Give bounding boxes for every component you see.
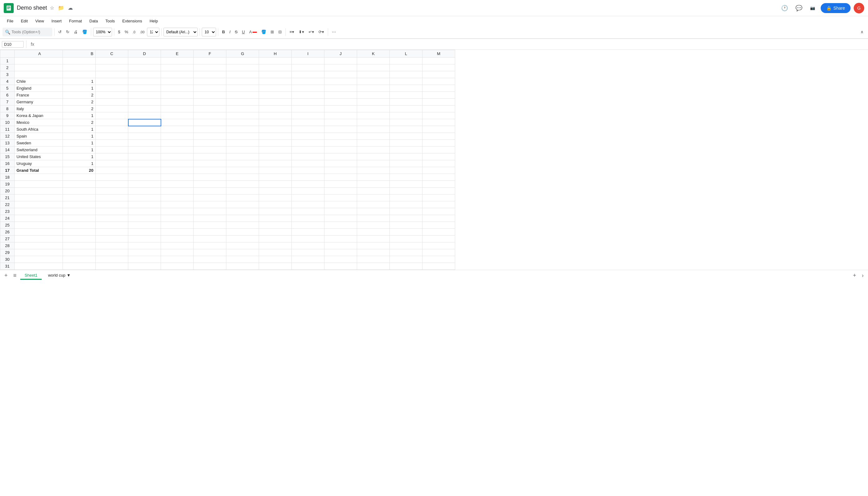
row-num-3[interactable]: 3 [0, 71, 15, 78]
cell-m19[interactable] [423, 181, 455, 188]
col-header-l[interactable]: L [390, 50, 423, 58]
cell-i16[interactable] [292, 160, 324, 167]
cell-a26[interactable] [15, 229, 63, 235]
cell-i17[interactable] [292, 167, 324, 174]
cell-d28[interactable] [128, 243, 161, 249]
cell-m30[interactable] [423, 256, 455, 263]
cell-b26[interactable] [63, 229, 95, 235]
cell-b18[interactable] [63, 174, 95, 181]
cell-g1[interactable] [226, 58, 259, 64]
cell-a1[interactable] [15, 58, 63, 64]
cell-i14[interactable] [292, 146, 324, 153]
menu-tools[interactable]: Tools [102, 17, 118, 25]
cell-d12[interactable] [128, 133, 161, 140]
cell-e16[interactable] [161, 160, 194, 167]
cell-j17[interactable] [324, 167, 357, 174]
cell-m22[interactable] [423, 201, 455, 208]
cell-m2[interactable] [423, 64, 455, 71]
cell-l15[interactable] [390, 153, 423, 160]
cell-j10[interactable] [324, 119, 357, 126]
zoom-select[interactable]: 100% 75% 125% [93, 28, 112, 36]
cell-g25[interactable] [226, 222, 259, 229]
cell-j27[interactable] [324, 235, 357, 243]
cell-i12[interactable] [292, 133, 324, 140]
cell-b6[interactable]: 2 [63, 92, 95, 99]
cell-l12[interactable] [390, 133, 423, 140]
collapse-toolbar-button[interactable]: ∧ [859, 28, 866, 35]
cell-b12[interactable]: 1 [63, 133, 95, 140]
cell-b23[interactable] [63, 208, 95, 215]
cell-l4[interactable] [390, 78, 423, 85]
cell-e3[interactable] [161, 71, 194, 78]
star-icon[interactable]: ☆ [49, 4, 55, 12]
cell-i5[interactable] [292, 85, 324, 92]
cell-m17[interactable] [423, 167, 455, 174]
cell-g30[interactable] [226, 256, 259, 263]
cell-a5[interactable]: England [15, 85, 63, 92]
cell-k6[interactable] [357, 92, 390, 99]
cell-b27[interactable] [63, 235, 95, 243]
undo-button[interactable]: ↺ [56, 28, 63, 35]
cell-g24[interactable] [226, 215, 259, 222]
cell-b14[interactable]: 1 [63, 146, 95, 153]
history-icon[interactable]: 🕐 [779, 2, 790, 14]
cell-e6[interactable] [161, 92, 194, 99]
cell-i31[interactable] [292, 263, 324, 270]
cell-b11[interactable]: 1 [63, 126, 95, 133]
cell-f31[interactable] [194, 263, 226, 270]
menu-extensions[interactable]: Extensions [119, 17, 146, 25]
cell-g19[interactable] [226, 181, 259, 188]
cell-d21[interactable] [128, 195, 161, 201]
cell-k3[interactable] [357, 71, 390, 78]
row-num-29[interactable]: 29 [0, 249, 15, 256]
cell-l16[interactable] [390, 160, 423, 167]
cell-k9[interactable] [357, 112, 390, 119]
row-num-18[interactable]: 18 [0, 174, 15, 181]
cell-a29[interactable] [15, 249, 63, 256]
cell-i4[interactable] [292, 78, 324, 85]
cell-c29[interactable] [95, 249, 128, 256]
cell-k16[interactable] [357, 160, 390, 167]
cell-a12[interactable]: Spain [15, 133, 63, 140]
print-button[interactable]: 🖨 [72, 28, 80, 35]
cell-c10[interactable] [95, 119, 128, 126]
cell-m14[interactable] [423, 146, 455, 153]
cell-i22[interactable] [292, 201, 324, 208]
cell-g18[interactable] [226, 174, 259, 181]
cell-f25[interactable] [194, 222, 226, 229]
cell-i27[interactable] [292, 235, 324, 243]
cell-e4[interactable] [161, 78, 194, 85]
cell-b7[interactable]: 2 [63, 99, 95, 106]
row-num-19[interactable]: 19 [0, 181, 15, 188]
cell-e15[interactable] [161, 153, 194, 160]
cell-e19[interactable] [161, 181, 194, 188]
cell-h11[interactable] [259, 126, 292, 133]
cell-a22[interactable] [15, 201, 63, 208]
cell-i28[interactable] [292, 243, 324, 249]
cell-c17[interactable] [95, 167, 128, 174]
cell-l3[interactable] [390, 71, 423, 78]
cell-i11[interactable] [292, 126, 324, 133]
fill-color-button[interactable]: 🪣 [259, 28, 268, 35]
cell-a9[interactable]: Korea & Japan [15, 112, 63, 119]
cell-a8[interactable]: Italy [15, 106, 63, 112]
cell-d10[interactable] [128, 119, 161, 126]
cell-c23[interactable] [95, 208, 128, 215]
cell-a18[interactable] [15, 174, 63, 181]
cell-f2[interactable] [194, 64, 226, 71]
cell-h25[interactable] [259, 222, 292, 229]
cell-a20[interactable] [15, 188, 63, 195]
cell-m12[interactable] [423, 133, 455, 140]
cell-l8[interactable] [390, 106, 423, 112]
cell-e25[interactable] [161, 222, 194, 229]
cell-i15[interactable] [292, 153, 324, 160]
cell-m16[interactable] [423, 160, 455, 167]
row-num-23[interactable]: 23 [0, 208, 15, 215]
cell-d20[interactable] [128, 188, 161, 195]
cell-k18[interactable] [357, 174, 390, 181]
cell-f30[interactable] [194, 256, 226, 263]
cell-c16[interactable] [95, 160, 128, 167]
cell-i1[interactable] [292, 58, 324, 64]
cell-j20[interactable] [324, 188, 357, 195]
col-header-c[interactable]: C [95, 50, 128, 58]
